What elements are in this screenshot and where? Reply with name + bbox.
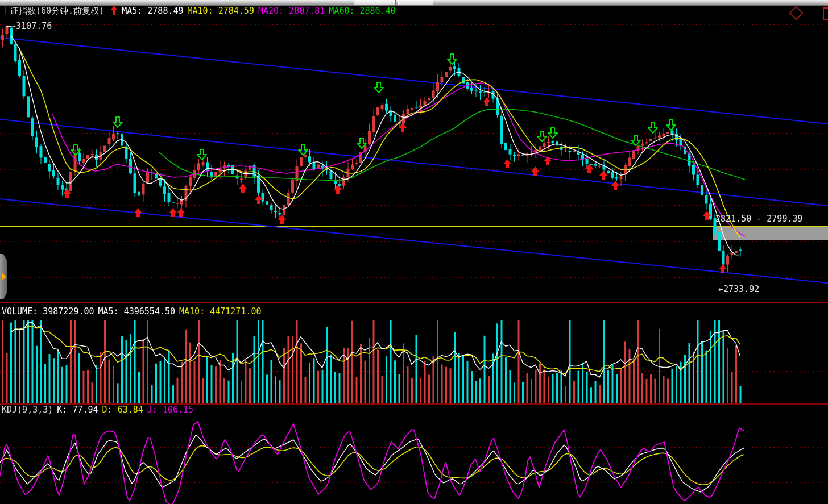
volume-ma10-value: MA10: 4471271.00 — [179, 306, 262, 316]
low-price-label: ←2733.92 — [718, 284, 759, 294]
kdj-panel-header: KDJ(9,3,3)K: 77.94D: 63.84J: 106.15 — [2, 405, 197, 415]
ma60-value: MA60: 2886.40 — [329, 6, 395, 16]
ma10-value: MA10: 2784.59 — [188, 6, 254, 16]
volume-ma5-value: MA5: 4396554.50 — [98, 306, 175, 316]
scrollbar-thumb[interactable] — [398, 0, 433, 5]
ma20-value: MA20: 2807.81 — [258, 6, 325, 16]
ma5-value: MA5: 2788.49 — [122, 6, 183, 16]
top-scrollbar[interactable] — [0, 0, 828, 6]
kdj-name: KDJ(9,3,3) — [2, 405, 53, 415]
price-range-tooltip: 2821.50 - 2799.39 — [715, 214, 803, 224]
volume-panel-header: VOLUME: 3987229.00MA5: 4396554.50MA10: 4… — [2, 306, 266, 317]
edge-box-icon — [823, 7, 828, 20]
high-price-label: ←~3107.76 — [6, 21, 52, 31]
main-chart-header: 上证指数(60分钟.前复权)MA5: 2788.49MA10: 2784.59M… — [2, 6, 400, 18]
scrollbar-thumb[interactable] — [354, 0, 396, 5]
trading-app-window: { "header": { "title": "上证指数(60分钟.前复权)",… — [0, 0, 828, 504]
volume-value: VOLUME: 3987229.00 — [2, 306, 94, 316]
kdj-j-value: J: 106.15 — [147, 405, 193, 415]
expand-arrow-icon — [2, 273, 6, 281]
kdj-k-value: K: 77.94 — [57, 405, 98, 415]
sidebar-expand-handle[interactable] — [0, 254, 7, 299]
instrument-title: 上证指数(60分钟.前复权) — [2, 6, 104, 16]
up-arrow-icon — [110, 6, 118, 18]
kdj-d-value: D: 63.84 — [102, 405, 143, 415]
chart-canvas — [0, 0, 828, 504]
